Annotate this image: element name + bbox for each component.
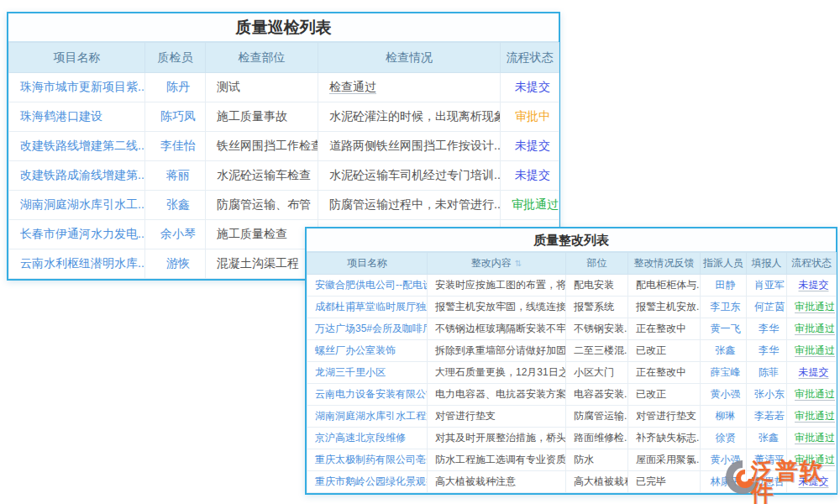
assignee-name[interactable]: 李卫东 bbox=[701, 297, 747, 318]
reporter-name[interactable]: 范思哲 bbox=[747, 471, 787, 493]
assignee-name[interactable]: 黄一飞 bbox=[701, 318, 747, 340]
inspector-name[interactable]: 余小琴 bbox=[145, 220, 206, 249]
project-link[interactable]: 安徽合肥供电公司--配电设备... bbox=[307, 275, 428, 297]
project-link[interactable]: 改建铁路成渝线增建第... bbox=[9, 161, 145, 191]
inspector-name[interactable]: 李佳怡 bbox=[145, 132, 206, 161]
status-badge[interactable]: 未提交 bbox=[787, 275, 837, 297]
assignee-name[interactable]: 林康平 bbox=[701, 471, 747, 493]
table-row: 云南电力设备安装有限公司20...电力电容器、电抗器安装方案,...电容器安装.… bbox=[307, 384, 837, 406]
quality-rectification-panel: 质量整改列表 项目名称整改内容⇅部位整改情况反馈指派人员填报人流程状态 安徽合肥… bbox=[305, 227, 837, 495]
inspector-name[interactable]: 陈巧凤 bbox=[145, 102, 206, 132]
project-link[interactable]: 重庆市鹅岭公园绿化景观提升... bbox=[307, 471, 428, 493]
project-link[interactable]: 改建铁路线增建第二线... bbox=[9, 132, 145, 161]
status-badge[interactable]: 审批通过 bbox=[787, 297, 837, 318]
inspector-name[interactable]: 张鑫 bbox=[145, 191, 206, 220]
table-row: 京沪高速北京段维修对其及时开展整治措施，桥头...路面维修检...补齐缺失标志.… bbox=[307, 428, 837, 449]
status-badge[interactable]: 未提交 bbox=[787, 471, 837, 493]
table-row: 安徽合肥供电公司--配电设备...安装时应按施工图的布置，将...配电安装配电柜… bbox=[307, 275, 837, 297]
part-cell: 配电安装 bbox=[566, 275, 628, 297]
reporter-name[interactable]: 张小东 bbox=[747, 384, 787, 406]
table-row: 湖南洞庭湖水库引水工程施工标对管进行垫支防腐管运输...对管进行垫支柳琳李若若审… bbox=[307, 406, 837, 428]
part-cell: 施工质量检查 bbox=[206, 220, 318, 249]
project-link[interactable]: 螺丝厂办公室装饰 bbox=[307, 340, 428, 362]
status-badge[interactable]: 审批通过 bbox=[501, 191, 559, 220]
reporter-name[interactable]: 何芷茵 bbox=[747, 297, 787, 318]
assignee-name[interactable]: 黄小强 bbox=[701, 384, 747, 406]
reporter-name[interactable]: 李华 bbox=[747, 340, 787, 362]
status-badge[interactable]: 审批中 bbox=[501, 102, 559, 132]
part-cell: 防腐管运输... bbox=[566, 406, 628, 428]
reporter-name[interactable]: 李华 bbox=[747, 318, 787, 340]
part-cell: 混凝土沟渠工程 bbox=[206, 249, 318, 279]
inspection-col-header: 检查部位 bbox=[206, 43, 318, 73]
status-badge[interactable]: 审批通过 bbox=[787, 340, 837, 362]
part-cell: 二至三楼混... bbox=[566, 340, 628, 362]
assignee-name[interactable]: 张鑫 bbox=[701, 340, 747, 362]
status-badge[interactable]: 审批通过 bbox=[787, 428, 837, 449]
project-link[interactable]: 云南水利枢纽潜明水库... bbox=[9, 249, 145, 279]
feedback-cell: 配电柜柜体与... bbox=[628, 275, 701, 297]
inspector-name[interactable]: 陈丹 bbox=[145, 73, 206, 102]
project-link[interactable]: 成都杜甫草堂临时展厅独立展... bbox=[307, 297, 428, 318]
rectification-col-header: 整改情况反馈 bbox=[628, 253, 701, 275]
rectification-col-header: 指派人员 bbox=[701, 253, 747, 275]
table-row: 珠海市城市更新项目紫...陈丹测试检查通过未提交 bbox=[9, 73, 559, 102]
inspection-col-header: 检查情况 bbox=[318, 43, 501, 73]
inspector-name[interactable]: 游恢 bbox=[145, 249, 206, 279]
rectification-col-header[interactable]: 整改内容⇅ bbox=[428, 253, 566, 275]
inspection-col-header: 流程状态 bbox=[501, 43, 559, 73]
part-cell: 路面维修检... bbox=[566, 428, 628, 449]
assignee-name[interactable]: 柳琳 bbox=[701, 406, 747, 428]
feedback-cell: 屋面采用聚氯... bbox=[628, 449, 701, 471]
status-badge[interactable]: 未提交 bbox=[501, 161, 559, 191]
status-badge[interactable]: 未提交 bbox=[501, 73, 559, 102]
part-cell: 小区大门 bbox=[566, 362, 628, 384]
project-link[interactable]: 云南电力设备安装有限公司20... bbox=[307, 384, 428, 406]
status-badge[interactable]: 审批通过 bbox=[787, 318, 837, 340]
content-cell: 高大植被栽种注意 bbox=[428, 471, 566, 493]
reporter-name[interactable]: 董清平 bbox=[747, 449, 787, 471]
project-link[interactable]: 京沪高速北京段维修 bbox=[307, 428, 428, 449]
project-link[interactable]: 湖南洞庭湖水库引水工... bbox=[9, 191, 145, 220]
project-link[interactable]: 重庆太极制药有限公司亳州中... bbox=[307, 449, 428, 471]
inspector-name[interactable]: 蒋丽 bbox=[145, 161, 206, 191]
status-badge[interactable]: 审批通过 bbox=[787, 384, 837, 406]
table-row: 改建铁路线增建第二线...李佳怡铁丝网围挡工作检查道路两侧铁丝网围挡工作按设计.… bbox=[9, 132, 559, 161]
content-cell: 拆除到承重墙部分请做好加固... bbox=[428, 340, 566, 362]
status-badge[interactable]: 未提交 bbox=[501, 132, 559, 161]
assignee-name[interactable]: 黄小强 bbox=[701, 449, 747, 471]
inspection-header-row: 项目名称质检员检查部位检查情况流程状态 bbox=[9, 43, 559, 73]
project-link[interactable]: 龙湖三千里小区 bbox=[307, 362, 428, 384]
assignee-name[interactable]: 徐贤 bbox=[701, 428, 747, 449]
feedback-cell: 正在整改中 bbox=[628, 318, 701, 340]
reporter-name[interactable]: 李若若 bbox=[747, 406, 787, 428]
reporter-name[interactable]: 肖亚军 bbox=[747, 275, 787, 297]
status-badge[interactable]: 未提交 bbox=[787, 362, 837, 384]
status-badge[interactable]: 审批通过 bbox=[787, 406, 837, 428]
assignee-name[interactable]: 田静 bbox=[701, 275, 747, 297]
feedback-cell: 补齐缺失标志... bbox=[628, 428, 701, 449]
sort-icon[interactable]: ⇅ bbox=[515, 259, 522, 268]
content-cell: 大理石质量更换，12月31日之... bbox=[428, 362, 566, 384]
project-link[interactable]: 长春市伊通河水力发电... bbox=[9, 220, 145, 249]
rectification-col-header: 填报人 bbox=[747, 253, 787, 275]
situation-cell: 检查通过 bbox=[318, 73, 501, 102]
reporter-name[interactable]: 张鑫 bbox=[747, 428, 787, 449]
status-badge[interactable]: 审批通过 bbox=[787, 449, 837, 471]
situation-cell: 水泥砼灌注的时候，出现离析现象 bbox=[318, 102, 501, 132]
content-cell: 报警主机安放牢固，线缆连接... bbox=[428, 297, 566, 318]
feedback-cell: 对管进行垫支 bbox=[628, 406, 701, 428]
table-row: 龙湖三千里小区大理石质量更换，12月31日之...小区大门正在整改中薛宝峰陈菲未… bbox=[307, 362, 837, 384]
rectification-col-header: 流程状态 bbox=[787, 253, 837, 275]
project-link[interactable]: 珠海鹤港口建设 bbox=[9, 102, 145, 132]
content-cell: 安装时应按施工图的布置，将... bbox=[428, 275, 566, 297]
part-cell: 施工质量事故 bbox=[206, 102, 318, 132]
assignee-name[interactable]: 薛宝峰 bbox=[701, 362, 747, 384]
reporter-name[interactable]: 陈菲 bbox=[747, 362, 787, 384]
project-link[interactable]: 万达广场35#会所及咖啡厅空... bbox=[307, 318, 428, 340]
rectification-col-header: 项目名称 bbox=[307, 253, 428, 275]
project-link[interactable]: 珠海市城市更新项目紫... bbox=[9, 73, 145, 102]
table-row: 重庆太极制药有限公司亳州中...防水工程施工选调有专业资质...防水屋面采用聚氯… bbox=[307, 449, 837, 471]
rectification-title: 质量整改列表 bbox=[307, 228, 836, 252]
project-link[interactable]: 湖南洞庭湖水库引水工程施工标 bbox=[307, 406, 428, 428]
